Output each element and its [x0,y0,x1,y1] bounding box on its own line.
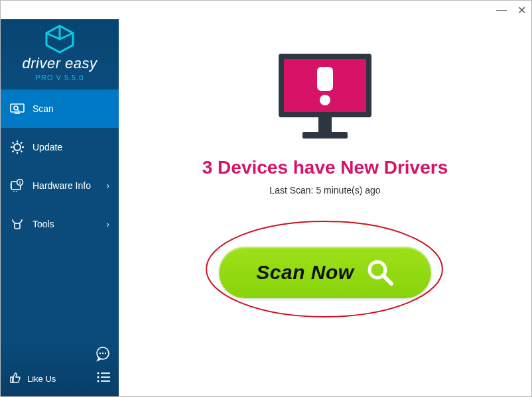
svg-line-11 [21,150,22,152]
sidebar: driver easy PRO V 5.5.0 Scan [1,19,119,396]
svg-rect-1 [11,104,24,112]
svg-point-28 [97,376,99,378]
chevron-right-icon: › [106,180,109,191]
brand-logo-icon [1,25,119,54]
main-content: 3 Devices have New Drivers Last Scan: 5 … [119,19,531,396]
svg-rect-36 [318,117,332,132]
svg-point-30 [97,380,99,382]
gear-icon [10,140,25,154]
svg-line-12 [21,142,22,144]
svg-rect-34 [317,67,333,91]
svg-line-3 [17,109,19,111]
svg-text:i: i [19,180,21,185]
tools-icon [10,217,25,231]
nav-tools[interactable]: Tools › [1,205,119,243]
nav-tools-label: Tools [33,219,54,229]
thumbs-up-icon [9,371,22,386]
like-us-label: Like Us [27,374,56,384]
scan-now-button[interactable]: Scan Now [219,247,431,298]
nav-hardware-label: Hardware Info [33,180,91,191]
titlebar: — ✕ [1,1,531,19]
svg-line-13 [13,150,14,152]
chevron-right-icon: › [106,219,109,229]
svg-line-40 [383,276,391,284]
nav-update[interactable]: Update [1,128,119,166]
brand: driver easy PRO V 5.5.0 [1,19,119,85]
svg-rect-21 [15,223,20,229]
scan-nav-icon [10,101,25,116]
nav: Scan Update [1,89,119,243]
feedback-icon[interactable] [95,346,111,365]
nav-scan[interactable]: Scan [1,89,119,128]
monitor-alert-icon [265,48,385,148]
svg-rect-37 [302,132,348,139]
svg-point-35 [320,95,330,105]
menu-list-icon[interactable] [96,371,111,386]
hardware-icon: i [10,178,25,193]
svg-point-25 [105,353,106,354]
svg-point-24 [102,353,103,354]
brand-version: PRO V 5.5.0 [1,74,119,82]
last-scan-text: Last Scan: 5 minute(s) ago [269,185,380,196]
minimize-button[interactable]: — [496,4,507,16]
nav-hardware-info[interactable]: i Hardware Info › [1,166,119,205]
scan-now-label: Scan Now [256,261,354,284]
svg-point-5 [14,144,21,150]
status-headline: 3 Devices have New Drivers [202,157,448,178]
magnifier-icon [366,258,394,286]
svg-line-10 [13,142,14,144]
svg-point-26 [97,372,99,374]
nav-scan-label: Scan [33,103,54,114]
like-us-button[interactable]: Like Us [9,371,56,386]
brand-name: driver easy [1,55,119,72]
close-button[interactable]: ✕ [517,4,526,17]
svg-point-23 [100,353,101,354]
nav-update-label: Update [33,142,62,152]
